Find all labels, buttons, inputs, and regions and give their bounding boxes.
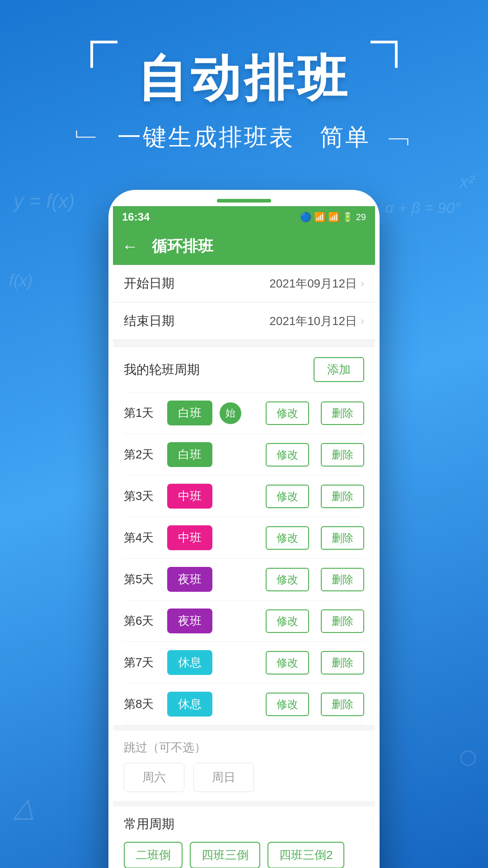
hero-title: 自动排班 [0, 45, 488, 113]
shift-badge: 中班 [167, 484, 212, 509]
delete-button[interactable]: 删除 [321, 485, 364, 508]
hero-section: 自动排班 ﹂ 一键生成排班表 简单 ﹁ [0, 45, 488, 153]
end-date-value: 2021年10月12日 [269, 313, 357, 329]
day-row: 第6天夜班修改删除 [124, 600, 364, 642]
hero-subtitle-text: 一键生成排班表 简单 [117, 124, 379, 150]
edit-button[interactable]: 修改 [266, 609, 309, 633]
schedule-section: 我的轮班周期 添加 第1天白班始修改删除第2天白班修改删除第3天中班修改删除第4… [113, 347, 375, 725]
phone-mockup: 16:34 🔵 📶 📶 🔋 29 ← 循环排班 开始日期 2021年09月12日… [108, 190, 380, 868]
phone-speaker [217, 199, 271, 203]
common-periods-section: 常用周期 二班倒四班三倒四班三倒2二班倒2 [113, 807, 375, 868]
day-label: 第7天 [124, 655, 160, 670]
end-date-value-container: 2021年10月12日 › [269, 313, 364, 329]
end-date-chevron: › [361, 315, 364, 327]
shift-badge: 中班 [167, 525, 212, 550]
app-header: ← 循环排班 [113, 228, 375, 265]
wifi-icon: 📶 [328, 212, 339, 222]
add-shift-button[interactable]: 添加 [314, 357, 364, 382]
edit-button[interactable]: 修改 [266, 443, 309, 467]
bracket-left: ﹂ [75, 124, 100, 150]
day-label: 第2天 [124, 447, 160, 462]
day-label: 第4天 [124, 530, 160, 546]
day-label: 第1天 [124, 405, 160, 421]
status-time: 16:34 [122, 211, 150, 223]
day-label: 第5天 [124, 571, 160, 587]
period-tag[interactable]: 二班倒 [124, 842, 183, 868]
day-row: 第5天夜班修改删除 [124, 559, 364, 600]
delete-button[interactable]: 删除 [321, 568, 364, 591]
edit-button[interactable]: 修改 [266, 401, 309, 425]
edit-button[interactable]: 修改 [266, 485, 309, 508]
schedule-header: 我的轮班周期 添加 [124, 347, 364, 392]
shift-badge: 夜班 [167, 609, 212, 633]
end-date-row[interactable]: 结束日期 2021年10月12日 › [113, 302, 375, 340]
schedule-section-title: 我的轮班周期 [124, 361, 200, 378]
signal-icon: 📶 [314, 212, 325, 222]
start-date-chevron: › [361, 277, 364, 290]
shift-badge: 休息 [167, 650, 212, 675]
day-label: 第8天 [124, 696, 160, 712]
edit-button[interactable]: 修改 [266, 693, 309, 716]
period-tags: 二班倒四班三倒四班三倒2二班倒2 [124, 842, 364, 868]
content-area: 开始日期 2021年09月12日 › 结束日期 2021年10月12日 › 我的… [113, 265, 375, 868]
shift-badge: 白班 [167, 401, 212, 425]
section-separator-1 [113, 340, 375, 347]
delete-button[interactable]: 删除 [321, 401, 364, 425]
day-row: 第3天中班修改删除 [124, 476, 364, 517]
edit-button[interactable]: 修改 [266, 651, 309, 675]
status-icons: 🔵 📶 📶 🔋 29 [300, 212, 366, 222]
back-button[interactable]: ← [122, 237, 138, 256]
start-date-value: 2021年09月12日 [269, 276, 357, 292]
day-label: 第6天 [124, 613, 160, 629]
start-badge: 始 [220, 402, 241, 424]
page-title: 循环排班 [152, 236, 213, 257]
delete-button[interactable]: 删除 [321, 443, 364, 467]
start-date-row[interactable]: 开始日期 2021年09月12日 › [113, 265, 375, 302]
delete-button[interactable]: 删除 [321, 526, 364, 550]
day-row: 第4天中班修改删除 [124, 517, 364, 559]
skip-sunday[interactable]: 周日 [193, 763, 254, 792]
bracket-right: ﹁ [388, 124, 413, 150]
delete-button[interactable]: 删除 [321, 693, 364, 716]
hero-subtitle: ﹂ 一键生成排班表 简单 ﹁ [0, 122, 488, 153]
day-row: 第7天休息修改删除 [124, 642, 364, 684]
skip-title: 跳过（可不选） [124, 740, 364, 755]
skip-section: 跳过（可不选） 周六 周日 [113, 731, 375, 801]
end-date-label: 结束日期 [124, 312, 174, 330]
battery-value: 29 [356, 212, 366, 222]
start-date-label: 开始日期 [124, 275, 174, 292]
day-row: 第1天白班始修改删除 [124, 392, 364, 434]
edit-button[interactable]: 修改 [266, 568, 309, 591]
day-row: 第2天白班修改删除 [124, 434, 364, 476]
period-tag[interactable]: 四班三倒2 [267, 842, 344, 868]
period-tag[interactable]: 四班三倒 [190, 842, 260, 868]
day-label: 第3天 [124, 488, 160, 504]
battery-icon: 🔋 [342, 212, 353, 222]
shift-badge: 白班 [167, 442, 212, 467]
bluetooth-icon: 🔵 [300, 212, 311, 222]
phone-mockup-container: 16:34 🔵 📶 📶 🔋 29 ← 循环排班 开始日期 2021年09月12日… [108, 190, 380, 868]
skip-options: 周六 周日 [124, 763, 364, 792]
status-bar: 16:34 🔵 📶 📶 🔋 29 [113, 206, 375, 228]
start-date-value-container: 2021年09月12日 › [269, 276, 364, 292]
edit-button[interactable]: 修改 [266, 526, 309, 550]
delete-button[interactable]: 删除 [321, 609, 364, 633]
day-rows-container: 第1天白班始修改删除第2天白班修改删除第3天中班修改删除第4天中班修改删除第5天… [124, 392, 364, 725]
shift-badge: 休息 [167, 692, 212, 717]
common-periods-title: 常用周期 [124, 816, 364, 833]
shift-badge: 夜班 [167, 567, 212, 592]
day-row: 第8天休息修改删除 [124, 684, 364, 725]
skip-saturday[interactable]: 周六 [124, 763, 184, 792]
delete-button[interactable]: 删除 [321, 651, 364, 675]
